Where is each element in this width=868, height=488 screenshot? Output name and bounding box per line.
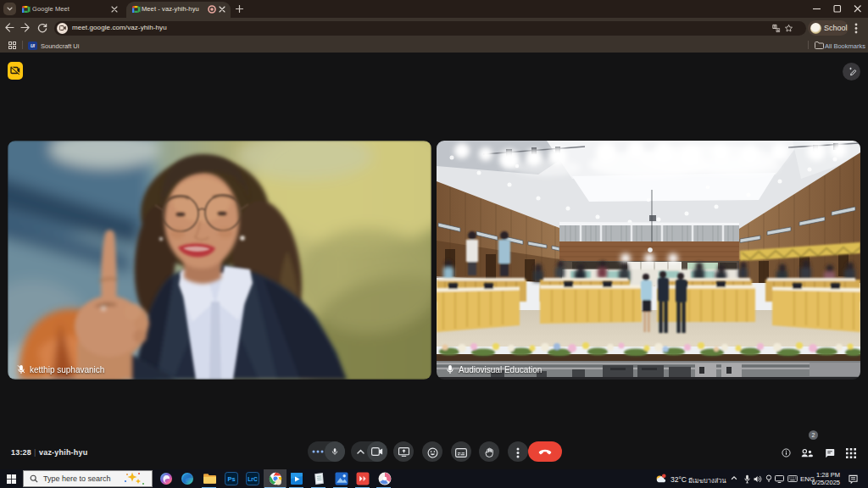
svg-text:Ps: Ps	[227, 475, 235, 483]
svg-text:LrC: LrC	[248, 476, 258, 482]
